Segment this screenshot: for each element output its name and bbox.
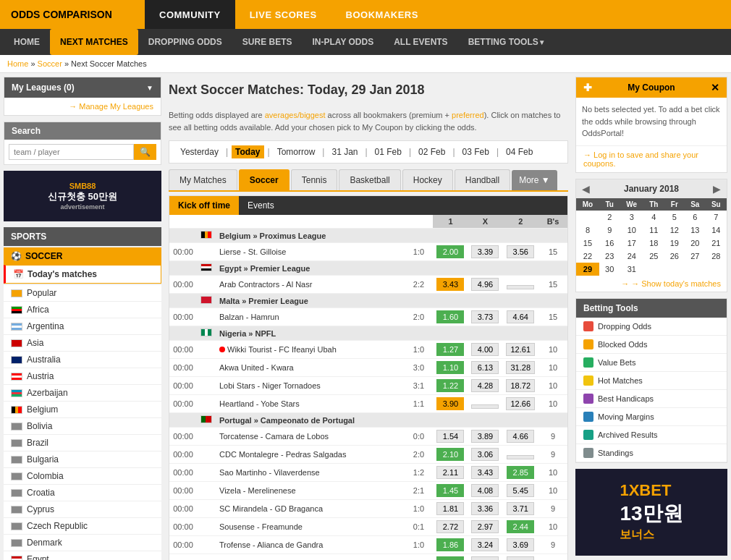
away-team[interactable]: Alianca de Gandra [257,540,323,549]
odd2-btn[interactable]: 2.85 [507,466,534,479]
nav-all-events[interactable]: ALL EVENTS [384,29,457,55]
sidebar-country-czech-republic[interactable]: Czech Republic [4,518,161,535]
league-link[interactable]: Malta » Premier League [219,297,308,305]
calendar-prev-btn[interactable]: ◀ [582,183,590,195]
tool-link[interactable]: Best Handicaps [598,394,654,403]
calendar-day[interactable]: 7 [706,211,727,224]
sidebar-country-cyprus[interactable]: Cyprus [4,501,161,518]
tab-handball[interactable]: Handball [455,169,510,190]
table-row[interactable]: 00:00 Lierse - St. Gilloise 1:0 2.00 3.3… [169,243,567,261]
calendar-day[interactable]: 27 [685,250,706,263]
oddx-btn[interactable]: 2.97 [471,520,499,533]
nav-community[interactable]: COMMUNITY [145,0,235,29]
calendar-day[interactable]: 30 [599,263,620,276]
tab-more[interactable]: More ▼ [512,170,557,190]
calendar-next-btn[interactable]: ▶ [713,183,721,195]
betting-tool-item-standings[interactable]: Standings [576,444,727,462]
away-team[interactable]: St. Gilloise [248,247,287,256]
home-team[interactable]: Heartland [219,399,254,408]
oddx-btn[interactable]: 4.00 [471,343,499,356]
tab-soccer[interactable]: Soccer [239,169,290,190]
oddx-btn[interactable]: 3.43 [471,466,499,479]
odd2-btn[interactable] [507,285,534,289]
nav-bookmakers[interactable]: BOOKMAKERS [331,0,433,29]
odd1-btn[interactable]: 1.86 [436,538,464,551]
breadcrumb-home[interactable]: Home [7,59,28,68]
home-team[interactable]: Sao Martinho [219,468,266,477]
away-team[interactable]: Pedras Salgadas [286,450,347,459]
home-team[interactable]: Lierse [219,247,241,256]
odd2-btn[interactable]: 5.45 [507,484,534,497]
odd2-btn[interactable]: 4.64 [507,310,534,323]
calendar-day[interactable]: 6 [685,211,706,224]
odd2-btn[interactable]: 31.28 [506,361,535,374]
date-03feb[interactable]: 03 Feb [459,145,493,158]
away-team[interactable]: Kwara [271,363,294,372]
table-row[interactable]: 00:00 Heartland - Yobe Stars 1:1 3.90 12… [169,395,567,413]
calendar-day[interactable]: 20 [685,237,706,250]
averages-link[interactable]: averages/biggest [265,111,326,119]
calendar-day[interactable]: 14 [706,224,727,237]
tool-link[interactable]: Value Bets [598,358,635,367]
tool-link[interactable]: Hot Matches [598,376,643,385]
nav-in-play[interactable]: IN-PLAY ODDS [302,29,384,55]
odd2-btn[interactable]: 12.61 [506,343,535,356]
nav-live-scores[interactable]: LIVE SCORES [235,0,331,29]
table-row[interactable]: 00:00 Balzan - Hamrun 2:0 1.60 3.73 4.64… [169,308,567,326]
calendar-day[interactable]: 26 [664,250,685,263]
sidebar-country-asia[interactable]: Asia [4,335,161,352]
calendar-day[interactable]: 24 [620,250,643,263]
nav-home[interactable]: HOME [4,29,50,55]
oddx-btn[interactable]: 3.24 [471,538,499,551]
calendar-day[interactable]: 21 [706,237,727,250]
preferred-link[interactable]: preferred [452,111,484,119]
coupon-login[interactable]: Log in to save and share your coupons. [576,145,727,172]
today-matches[interactable]: 📅 Today's matches [4,265,161,284]
calendar-day[interactable]: 9 [599,224,620,237]
search-button[interactable]: 🔍 [134,144,156,160]
odd2-btn[interactable] [507,455,534,459]
odd1-btn[interactable]: 2.00 [436,245,464,258]
odd1-btn[interactable]: 3.90 [436,397,464,410]
home-team[interactable]: Wikki Tourist [227,345,272,354]
home-team[interactable]: Akwa United [219,363,264,372]
search-input[interactable] [9,144,134,160]
table-row[interactable]: 00:00 Trofense - Alianca de Gandra 1:0 1… [169,536,567,554]
calendar-day[interactable]: 3 [620,211,643,224]
betting-tool-item-blocked-odds[interactable]: Blocked Odds [576,336,727,354]
away-team[interactable]: Freamunde [262,522,303,531]
league-link[interactable]: Portugal » Campeonato de Portugal [219,416,355,425]
breadcrumb-soccer[interactable]: Soccer [38,59,62,68]
sidebar-country-belgium[interactable]: Belgium [4,402,161,418]
odd2-btn[interactable]: 3.71 [507,502,534,515]
sidebar-country-popular[interactable]: Popular [4,285,161,302]
tab-basketball[interactable]: Basketball [339,169,400,190]
date-02feb[interactable]: 02 Feb [415,145,449,158]
oddx-btn[interactable]: 3.89 [471,430,499,443]
calendar-day[interactable]: 4 [643,211,664,224]
home-team[interactable]: Arab Contractors [219,280,279,289]
calendar-day[interactable]: 18 [643,237,664,250]
table-row[interactable]: 00:00 Gondomar - FC Cesarense 1:0 1.80 3… [169,554,567,561]
odd1-btn[interactable]: 3.43 [436,278,464,291]
tool-link[interactable]: Standings [598,449,633,457]
sidebar-country-colombia[interactable]: Colombia [4,468,161,485]
calendar-day[interactable]: 28 [706,250,727,263]
table-row[interactable]: 00:00 Lobi Stars - Niger Tornadoes 3:1 1… [169,377,567,395]
nav-dropping-odds[interactable]: DROPPING ODDS [138,29,232,55]
away-team[interactable]: Hamrun [250,313,279,321]
table-row[interactable]: 00:00 Wikki Tourist - FC Ifeanyi Ubah 1:… [169,341,567,359]
odd2-btn[interactable]: 3.56 [507,245,534,258]
calendar-day[interactable]: 2 [599,211,620,224]
calendar-day[interactable]: 8 [576,224,599,237]
table-row[interactable]: 00:00 Sousense - Freamunde 0:1 2.72 2.97… [169,518,567,536]
tab-my-matches[interactable]: My Matches [169,169,237,190]
table-row[interactable]: 00:00 Akwa United - Kwara 3:0 1.10 6.13 … [169,359,567,377]
odd1-btn[interactable]: 1.81 [436,502,464,515]
odd2-btn[interactable]: 3.69 [507,538,534,551]
sidebar-country-argentina[interactable]: Argentina [4,318,161,335]
odd1-btn[interactable]: 1.45 [436,484,464,497]
odd2-btn[interactable]: 3.70 [507,556,534,560]
sidebar-country-africa[interactable]: Africa [4,302,161,318]
sidebar-country-australia[interactable]: Australia [4,352,161,368]
